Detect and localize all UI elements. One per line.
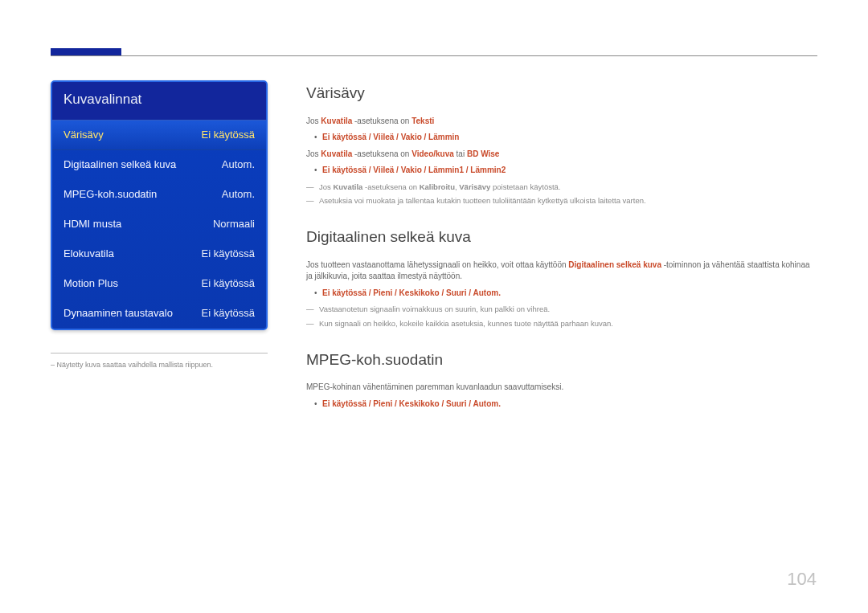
option-item: Ei käytössä / Viileä / Vakio / Lämmin1 /… <box>306 165 817 177</box>
t: -asetuksena on <box>352 149 411 158</box>
page-number: 104 <box>787 566 817 592</box>
footnote-text: Näytetty kuva saattaa vaihdella mallista… <box>57 361 214 369</box>
kw: BD Wise <box>467 149 499 158</box>
menu-item-value: Normaali <box>213 217 255 232</box>
t: Jos tuotteen vastaanottama lähetyssignaa… <box>306 260 568 269</box>
note-item: Kun signaali on heikko, kokeile kaikkia … <box>306 318 817 329</box>
menu-title: Kuvavalinnat <box>52 82 266 120</box>
menu-item-label: Motion Plus <box>63 276 118 292</box>
menu-item-motionplus[interactable]: Motion Plus Ei käytössä <box>52 269 266 299</box>
note-item: Asetuksia voi muokata ja tallentaa kutak… <box>306 195 817 206</box>
menu-item-mpeg[interactable]: MPEG-koh.suodatin Autom. <box>52 180 266 210</box>
settings-menu: Kuvavalinnat Värisävy Ei käytössä Digita… <box>51 80 268 330</box>
t: Jos <box>306 149 321 158</box>
kw: Teksti <box>411 116 434 125</box>
menu-item-digitaalinen[interactable]: Digitaalinen selkeä kuva Autom. <box>52 150 266 180</box>
menu-item-hdmi[interactable]: HDMI musta Normaali <box>52 210 266 239</box>
menu-item-varisavy[interactable]: Värisävy Ei käytössä <box>52 120 266 151</box>
section-digitaalinen: Digitaalinen selkeä kuva Jos tuotteen va… <box>306 226 817 329</box>
content-column: Värisävy Jos Kuvatila -asetuksena on Tek… <box>306 80 817 415</box>
t: -asetuksena on <box>362 182 419 191</box>
menu-item-value: Autom. <box>222 157 255 173</box>
menu-item-value: Ei käytössä <box>202 276 255 292</box>
kw: Värisävy <box>459 182 490 191</box>
menu-item-dynaaminen[interactable]: Dynaaminen taustavalo Ei käytössä <box>52 299 266 329</box>
section-text: Jos tuotteen vastaanottama lähetyssignaa… <box>306 260 817 283</box>
menu-item-label: Digitaalinen selkeä kuva <box>63 157 176 173</box>
section-mpeg: MPEG-koh.suodatin MPEG-kohinan vähentämi… <box>306 349 817 411</box>
section-varisavy: Värisävy Jos Kuvatila -asetuksena on Tek… <box>306 82 817 206</box>
kw: Kuvatila <box>321 116 352 125</box>
t: -asetuksena on <box>352 116 411 125</box>
note-item: Jos Kuvatila -asetuksena on Kalibroitu, … <box>306 182 817 193</box>
t: tai <box>454 149 467 158</box>
section-heading: MPEG-koh.suodatin <box>306 349 817 371</box>
kw: Ei käytössä / Pieni / Keskikoko / Suuri … <box>322 288 501 297</box>
menu-item-value: Ei käytössä <box>202 128 255 143</box>
section-text: Jos Kuvatila -asetuksena on Video/kuva t… <box>306 149 817 161</box>
section-text: MPEG-kohinan vähentäminen paremman kuvan… <box>306 382 817 394</box>
option-item: Ei käytössä / Viileä / Vakio / Lämmin <box>306 132 817 144</box>
note-item: Vastaanotetun signaalin voimakkuus on su… <box>306 304 817 315</box>
left-column: Kuvavalinnat Värisävy Ei käytössä Digita… <box>51 80 268 415</box>
kw: Kuvatila <box>333 182 362 191</box>
option-list: Ei käytössä / Pieni / Keskikoko / Suuri … <box>306 398 817 411</box>
menu-footnote: – Näytetty kuva saattaa vaihdella mallis… <box>51 353 268 370</box>
section-heading: Digitaalinen selkeä kuva <box>306 226 817 248</box>
t: Jos <box>319 182 333 191</box>
menu-item-label: Dynaaminen taustavalo <box>63 306 173 321</box>
menu-item-value: Autom. <box>222 187 255 202</box>
menu-item-label: HDMI musta <box>63 217 121 232</box>
kw: Ei käytössä / Viileä / Vakio / Lämmin1 /… <box>322 166 506 174</box>
menu-list: Värisävy Ei käytössä Digitaalinen selkeä… <box>52 120 266 329</box>
section-heading: Värisävy <box>306 82 817 104</box>
option-item: Ei käytössä / Pieni / Keskikoko / Suuri … <box>306 288 817 300</box>
kw: Kalibroitu <box>420 182 455 191</box>
option-list: Ei käytössä / Viileä / Vakio / Lämmin <box>306 132 817 144</box>
t: Jos <box>306 116 321 125</box>
page-layout: Kuvavalinnat Värisävy Ei käytössä Digita… <box>51 80 817 415</box>
kw: Ei käytössä / Pieni / Keskikoko / Suuri … <box>322 399 501 408</box>
menu-item-label: MPEG-koh.suodatin <box>63 187 157 202</box>
section-text: Jos Kuvatila -asetuksena on Teksti <box>306 116 817 128</box>
menu-item-label: Elokuvatila <box>63 247 114 262</box>
menu-item-label: Värisävy <box>63 128 104 143</box>
kw: Kuvatila <box>321 149 352 158</box>
kw: Video/kuva <box>411 149 454 158</box>
option-list: Ei käytössä / Pieni / Keskikoko / Suuri … <box>306 288 817 300</box>
kw: Ei käytössä / Viileä / Vakio / Lämmin <box>322 133 459 141</box>
kw: Digitaalinen selkeä kuva <box>568 260 661 269</box>
header-divider <box>51 55 817 56</box>
option-item: Ei käytössä / Pieni / Keskikoko / Suuri … <box>306 398 817 411</box>
menu-item-value: Ei käytössä <box>202 306 255 321</box>
menu-item-value: Ei käytössä <box>202 247 255 262</box>
menu-item-elokuvatila[interactable]: Elokuvatila Ei käytössä <box>52 239 266 269</box>
option-list: Ei käytössä / Viileä / Vakio / Lämmin1 /… <box>306 165 817 177</box>
t: poistetaan käytöstä. <box>490 182 560 191</box>
